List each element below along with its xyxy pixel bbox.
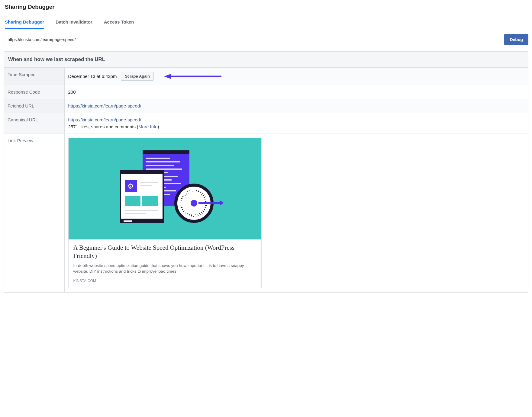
tab-sharing-debugger[interactable]: Sharing Debugger <box>5 16 44 29</box>
fetched-url-link[interactable]: https://kinsta.com/learn/page-speed/ <box>68 103 141 108</box>
preview-domain: KINSTA.COM <box>73 279 256 283</box>
link-preview-card[interactable]: ⚙ A Beginner's Guide to <box>68 138 262 288</box>
tab-access-token[interactable]: Access Token <box>104 16 134 29</box>
annotation-arrow-icon <box>164 73 221 80</box>
url-row: Debug <box>4 34 528 45</box>
row-time-scraped: Time Scraped December 13 at 6:43pm Scrap… <box>4 68 528 85</box>
row-canonical-url: Canonical URL https://kinsta.com/learn/p… <box>4 113 528 134</box>
value-response-code: 200 <box>64 85 528 99</box>
row-response-code: Response Code 200 <box>4 85 528 99</box>
preview-image: ⚙ <box>69 138 261 239</box>
scrape-again-button[interactable]: Scrape Again <box>121 72 154 81</box>
page-title: Sharing Debugger <box>5 4 528 10</box>
debug-button[interactable]: Debug <box>504 34 528 45</box>
row-link-preview: Link Preview ⚙ <box>4 134 528 292</box>
preview-title: A Beginner's Guide to Website Speed Opti… <box>73 244 256 260</box>
canonical-url-link[interactable]: https://kinsta.com/learn/page-speed/ <box>68 117 141 122</box>
label-fetched-url: Fetched URL <box>4 99 64 113</box>
scrape-panel: When and how we last scraped the URL Tim… <box>4 51 528 293</box>
tabs: Sharing Debugger Batch Invalidator Acces… <box>4 16 528 29</box>
preview-description: In-depth website speed optimization guid… <box>73 263 256 274</box>
panel-header: When and how we last scraped the URL <box>4 52 528 68</box>
label-time-scraped: Time Scraped <box>4 68 64 85</box>
gear-icon: ⚙ <box>127 182 134 191</box>
dart-icon <box>198 202 220 204</box>
label-response-code: Response Code <box>4 85 64 99</box>
svg-marker-1 <box>164 74 171 79</box>
label-canonical-url: Canonical URL <box>4 113 64 134</box>
url-input[interactable] <box>4 34 501 45</box>
engagement-text: 2571 likes, shares and comments ( <box>68 124 139 129</box>
row-fetched-url: Fetched URL https://kinsta.com/learn/pag… <box>4 99 528 113</box>
info-table: Time Scraped December 13 at 6:43pm Scrap… <box>4 68 528 292</box>
label-link-preview: Link Preview <box>4 134 64 292</box>
engagement-suffix: ) <box>158 124 159 129</box>
value-time-scraped: December 13 at 6:43pm <box>68 74 117 79</box>
page-illustration-icon: ⚙ <box>120 170 164 223</box>
tab-batch-invalidator[interactable]: Batch Invalidator <box>56 16 92 29</box>
more-info-link[interactable]: More Info <box>138 124 157 129</box>
